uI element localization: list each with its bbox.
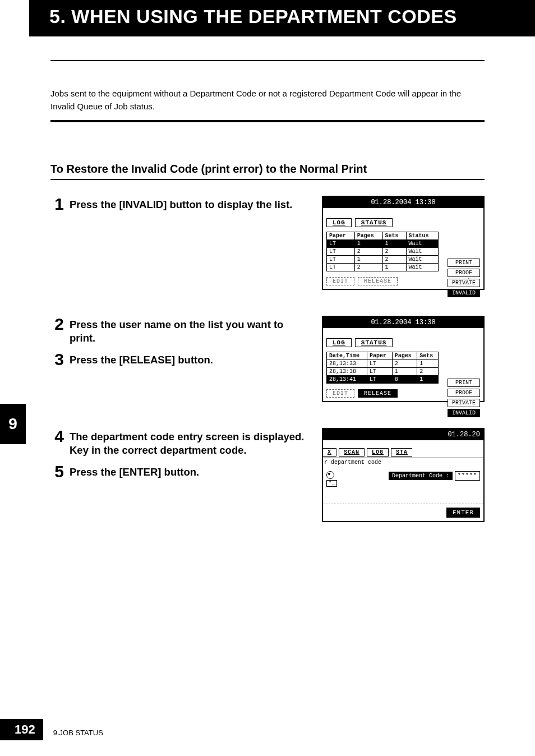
table-row[interactable]: 28,13:41 LT 8 1: [327, 375, 439, 383]
rule-bottom: [50, 120, 485, 122]
cell: LT: [327, 247, 355, 255]
table-row[interactable]: LT 2 1 Wait: [327, 263, 439, 271]
col-sets: Sets: [382, 232, 406, 239]
tab-status[interactable]: STATUS: [355, 218, 393, 227]
private-button[interactable]: PRIVATE: [448, 399, 480, 407]
lamp-icon: [326, 471, 334, 479]
step-1: 1 Press the [INVALID] button to display …: [50, 196, 311, 213]
jobs-table: Date,Time Paper Pages Sets 28,13:33 LT 2: [326, 352, 439, 384]
col-paper: Paper: [367, 352, 393, 359]
step-text: Press the [RELEASE] button.: [70, 351, 213, 367]
step-5: 5 Press the [ENTER] button.: [50, 463, 311, 480]
step-text: Press the user name on the list you want…: [70, 316, 311, 346]
release-button[interactable]: RELEASE: [358, 389, 398, 398]
cell: LT: [327, 239, 355, 247]
cell: LT: [367, 367, 393, 375]
cell: 2: [392, 359, 417, 367]
section-heading: To Restore the Invalid Code (print error…: [50, 163, 485, 176]
step-text: The department code entry screen is disp…: [70, 428, 311, 458]
cell: 8: [392, 375, 417, 383]
keycap: *_: [326, 480, 337, 487]
cell: LT: [327, 263, 355, 271]
cell: 2: [354, 263, 382, 271]
proof-button[interactable]: PROOF: [448, 269, 480, 277]
cell: 1: [392, 367, 417, 375]
enter-button[interactable]: ENTER: [446, 508, 480, 518]
cell: 28,13:33: [327, 359, 367, 367]
page-title: 5. WHEN USING THE DEPARTMENT CODES: [49, 6, 524, 27]
screen-datetime: 01.28.2004 13:38: [323, 197, 483, 208]
screen-invalid-list: 01.28.2004 13:38 LOG STATUS PRINT PROOF …: [322, 196, 485, 290]
step-3: 3 Press the [RELEASE] button.: [50, 351, 311, 368]
cell: Wait: [406, 239, 438, 247]
tab-x[interactable]: X: [323, 448, 336, 457]
tab-status[interactable]: STATUS: [355, 338, 393, 347]
step-number: 1: [50, 196, 64, 213]
cell: Wait: [406, 255, 438, 263]
col-status: Status: [406, 232, 438, 239]
cell: LT: [327, 255, 355, 263]
cell: 1: [417, 359, 439, 367]
tab-scan[interactable]: SCAN: [339, 448, 365, 457]
cell: Wait: [406, 263, 438, 271]
title-band: 5. WHEN USING THE DEPARTMENT CODES: [29, 0, 535, 36]
col-pages: Pages: [354, 232, 382, 239]
edit-button[interactable]: EDIT: [326, 277, 354, 285]
table-row[interactable]: 28,13:38 LT 1 2: [327, 367, 439, 375]
dept-code-field[interactable]: *****: [455, 471, 480, 481]
jobs-table: Paper Pages Sets Status LT 1 1 Wait: [326, 232, 439, 271]
col-sets: Sets: [417, 352, 439, 359]
cell: 2: [382, 255, 406, 263]
step-text: Press the [INVALID] button to display th…: [70, 196, 292, 212]
step-number: 3: [50, 351, 64, 368]
edit-button[interactable]: EDIT: [326, 389, 354, 398]
screen-release: 01.28.2004 13:38 LOG STATUS PRINT PROOF …: [322, 316, 485, 402]
cell: 28,13:41: [327, 375, 367, 383]
cell: 28,13:38: [327, 367, 367, 375]
screen-subtitle: r department code: [323, 459, 483, 471]
table-row[interactable]: 28,13:33 LT 2 1: [327, 359, 439, 367]
cell: 1: [382, 239, 406, 247]
table-row[interactable]: LT 1 2 Wait: [327, 255, 439, 263]
footer-text: 9.JOB STATUS: [53, 729, 103, 740]
col-paper: Paper: [327, 232, 355, 239]
tab-sta[interactable]: STA: [391, 448, 412, 457]
page-number: 192: [0, 719, 43, 740]
private-button[interactable]: PRIVATE: [448, 279, 480, 287]
tab-log[interactable]: LOG: [326, 338, 352, 347]
dept-code-label: Department Code :: [389, 472, 453, 480]
invalid-button[interactable]: INVALID: [448, 289, 480, 297]
print-button[interactable]: PRINT: [448, 259, 480, 267]
step-text: Press the [ENTER] button.: [70, 463, 199, 480]
release-button[interactable]: RELEASE: [358, 277, 398, 285]
section-heading-container: To Restore the Invalid Code (print error…: [50, 163, 485, 180]
tab-log[interactable]: LOG: [326, 218, 352, 227]
table-row[interactable]: LT 2 2 Wait: [327, 247, 439, 255]
cell: 1: [354, 255, 382, 263]
table-row[interactable]: LT 1 1 Wait: [327, 239, 439, 247]
proof-button[interactable]: PROOF: [448, 389, 480, 397]
chapter-tab: 9: [0, 404, 26, 444]
invalid-button[interactable]: INVALID: [448, 409, 480, 417]
print-button[interactable]: PRINT: [448, 379, 480, 387]
cell: Wait: [406, 247, 438, 255]
col-pages: Pages: [392, 352, 417, 359]
cell: 2: [417, 367, 439, 375]
step-number: 5: [50, 463, 64, 480]
cell: 2: [382, 247, 406, 255]
step-2: 2 Press the user name on the list you wa…: [50, 316, 311, 346]
col-datetime: Date,Time: [327, 352, 367, 359]
cell: 1: [382, 263, 406, 271]
screen-datetime: 01.28.2004 13:38: [323, 317, 483, 328]
step-number: 4: [50, 428, 64, 445]
cell: LT: [367, 375, 393, 383]
step-number: 2: [50, 316, 64, 333]
page-footer: 192 9.JOB STATUS: [0, 719, 103, 740]
cell: 2: [354, 247, 382, 255]
cell: 1: [354, 239, 382, 247]
screen-dept-code: 01.28.20 X SCAN LOG STA r department cod…: [322, 428, 485, 522]
cell: LT: [367, 359, 393, 367]
cell: 1: [417, 375, 439, 383]
intro-text: Jobs sent to the equipment without a Dep…: [50, 87, 485, 113]
tab-log[interactable]: LOG: [367, 448, 389, 457]
